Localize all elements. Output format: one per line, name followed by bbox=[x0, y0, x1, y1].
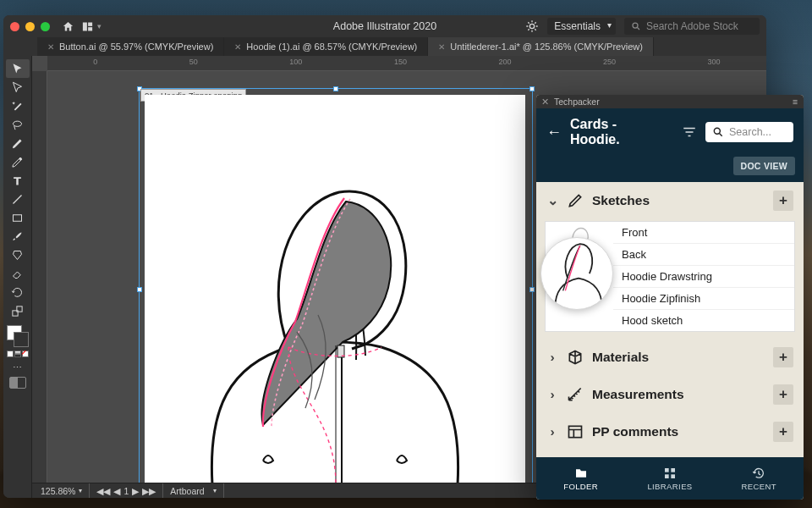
tab-close-icon[interactable]: ✕ bbox=[438, 42, 445, 52]
eraser-tool[interactable] bbox=[6, 264, 30, 283]
add-material-button[interactable]: + bbox=[773, 347, 793, 367]
stroke-swatch[interactable] bbox=[14, 332, 29, 347]
techpacker-bottom-nav: FOLDER LIBRARIES RECENT bbox=[536, 457, 804, 500]
sketch-list: Front Back Hoodie Drawstring Hoodie Zipf… bbox=[613, 222, 794, 331]
section-measurements-header[interactable]: › Measurements + bbox=[536, 376, 804, 413]
section-label: Measurements bbox=[592, 387, 684, 402]
lasso-tool[interactable] bbox=[6, 115, 30, 134]
status-context[interactable]: Artboard▾ bbox=[163, 483, 223, 498]
search-input[interactable]: Search... bbox=[705, 122, 793, 142]
panel-grip[interactable]: ✕ Techpacker ≡ bbox=[536, 95, 804, 108]
back-button[interactable]: ← bbox=[546, 124, 562, 141]
arrange-docs-icon[interactable] bbox=[81, 20, 94, 33]
doc-tab-active[interactable]: ✕Untitlederer-1.ai* @ 125.86% (CMYK/Prev… bbox=[428, 37, 654, 56]
canvas-area[interactable]: 01 - Hoodie Zipper opening bbox=[47, 71, 616, 483]
paintbrush-tool[interactable] bbox=[6, 227, 30, 246]
doc-view-button[interactable]: DOC VIEW bbox=[733, 157, 795, 175]
app-title: Adobe Illustrator 2020 bbox=[333, 20, 436, 32]
workspace-dropdown[interactable]: Essentials bbox=[547, 18, 616, 35]
color-mode-none[interactable] bbox=[22, 351, 29, 357]
bottom-tab-folder[interactable]: FOLDER bbox=[536, 457, 625, 500]
svg-rect-0 bbox=[83, 22, 87, 30]
zoom-level[interactable]: 125.86%▾ bbox=[34, 483, 90, 498]
add-measurement-button[interactable]: + bbox=[773, 384, 793, 405]
section-sketches: ⌄ Sketches + bbox=[536, 182, 804, 332]
selection-tool[interactable] bbox=[6, 59, 30, 78]
screen-mode[interactable] bbox=[9, 377, 26, 389]
section-materials: › Materials + bbox=[536, 339, 804, 376]
window-controls bbox=[10, 22, 50, 31]
color-mode-normal[interactable] bbox=[7, 351, 14, 357]
section-measurements: › Measurements + bbox=[536, 376, 804, 413]
doc-tab[interactable]: ✕Hoodie (1).ai @ 68.57% (CMYK/Preview) bbox=[224, 37, 428, 56]
add-pp-button[interactable]: + bbox=[773, 422, 793, 442]
techpacker-panel: ✕ Techpacker ≡ ← Cards -Hoodie. Search..… bbox=[536, 95, 804, 500]
type-tool[interactable] bbox=[6, 171, 30, 190]
list-item[interactable]: Hoodie Zipfinish bbox=[613, 287, 794, 309]
window-minimize-button[interactable] bbox=[25, 22, 35, 31]
dropdown-caret-icon[interactable]: ▾ bbox=[97, 22, 102, 30]
section-label: Sketches bbox=[592, 193, 650, 208]
svg-rect-14 bbox=[671, 468, 675, 472]
section-label: PP comments bbox=[592, 424, 678, 439]
doc-tab-label: Button.ai @ 55.97% (CMYK/Preview) bbox=[59, 41, 213, 52]
stock-search[interactable]: Search Adobe Stock bbox=[624, 18, 760, 35]
rotate-tool[interactable] bbox=[6, 283, 30, 301]
list-item[interactable]: Front bbox=[613, 222, 794, 243]
bottom-tab-recent[interactable]: RECENT bbox=[715, 457, 804, 500]
gpu-icon[interactable] bbox=[525, 19, 539, 33]
section-label: Materials bbox=[592, 350, 649, 365]
chevron-right-icon: › bbox=[546, 387, 558, 402]
artboard-nav[interactable]: ◀◀◀1▶▶▶ bbox=[90, 483, 163, 498]
recent-icon bbox=[751, 467, 766, 480]
window-close-button[interactable] bbox=[10, 22, 19, 31]
rectangle-tool[interactable] bbox=[6, 208, 30, 227]
window-zoom-button[interactable] bbox=[41, 22, 50, 31]
section-sketches-header[interactable]: ⌄ Sketches + bbox=[536, 182, 804, 219]
scale-tool[interactable] bbox=[6, 301, 30, 320]
svg-point-5 bbox=[14, 121, 22, 126]
section-pp-comments: › PP comments + bbox=[536, 413, 804, 450]
tab-close-icon[interactable]: ✕ bbox=[234, 42, 241, 52]
svg-rect-15 bbox=[665, 474, 669, 478]
color-swatches[interactable]: ⋯ bbox=[7, 325, 29, 389]
section-materials-header[interactable]: › Materials + bbox=[536, 339, 804, 376]
pen-tool[interactable] bbox=[6, 134, 30, 152]
list-item[interactable]: Hoodie Drawstring bbox=[613, 265, 794, 287]
folder-icon bbox=[573, 467, 589, 480]
shaper-tool[interactable] bbox=[6, 246, 30, 264]
line-tool[interactable] bbox=[6, 190, 30, 208]
artboard[interactable] bbox=[145, 95, 525, 483]
search-icon bbox=[631, 21, 641, 31]
panel-grip-title: Techpacker bbox=[549, 97, 793, 107]
add-sketch-button[interactable]: + bbox=[773, 190, 793, 211]
svg-rect-13 bbox=[665, 468, 669, 472]
workspace-label: Essentials bbox=[554, 20, 601, 32]
svg-point-6 bbox=[19, 157, 22, 160]
techpacker-body: ⌄ Sketches + bbox=[536, 182, 804, 457]
document-tabs: ✕Button.ai @ 55.97% (CMYK/Preview) ✕Hood… bbox=[3, 37, 766, 56]
svg-point-3 bbox=[530, 24, 535, 28]
filter-icon[interactable] bbox=[682, 124, 697, 140]
chevron-right-icon: › bbox=[546, 350, 558, 365]
bottom-tab-libraries[interactable]: LIBRARIES bbox=[625, 457, 714, 500]
ruler-vertical[interactable] bbox=[32, 71, 47, 483]
tab-close-icon[interactable]: ✕ bbox=[47, 42, 54, 52]
pencil-icon bbox=[567, 192, 584, 209]
list-item[interactable]: Back bbox=[613, 243, 794, 265]
toolbox: ⋯ bbox=[3, 56, 32, 498]
sketch-card[interactable]: Front Back Hoodie Drawstring Hoodie Zipf… bbox=[545, 221, 795, 332]
magic-wand-tool[interactable] bbox=[6, 97, 30, 115]
direct-selection-tool[interactable] bbox=[6, 78, 30, 97]
section-pp-header[interactable]: › PP comments + bbox=[536, 413, 804, 450]
ruler-horizontal[interactable]: 050100150200250300 bbox=[47, 56, 766, 71]
color-mode-gradient[interactable] bbox=[14, 351, 21, 357]
sketch-thumb-floating[interactable] bbox=[540, 237, 613, 310]
list-item[interactable]: Hood sketch bbox=[613, 309, 794, 331]
home-icon[interactable] bbox=[62, 20, 74, 33]
toolbox-more[interactable]: ⋯ bbox=[13, 362, 22, 373]
curvature-tool[interactable] bbox=[6, 152, 30, 171]
doc-tab[interactable]: ✕Button.ai @ 55.97% (CMYK/Preview) bbox=[37, 37, 224, 56]
libraries-icon bbox=[662, 467, 678, 480]
panel-menu-icon[interactable]: ≡ bbox=[793, 97, 798, 107]
